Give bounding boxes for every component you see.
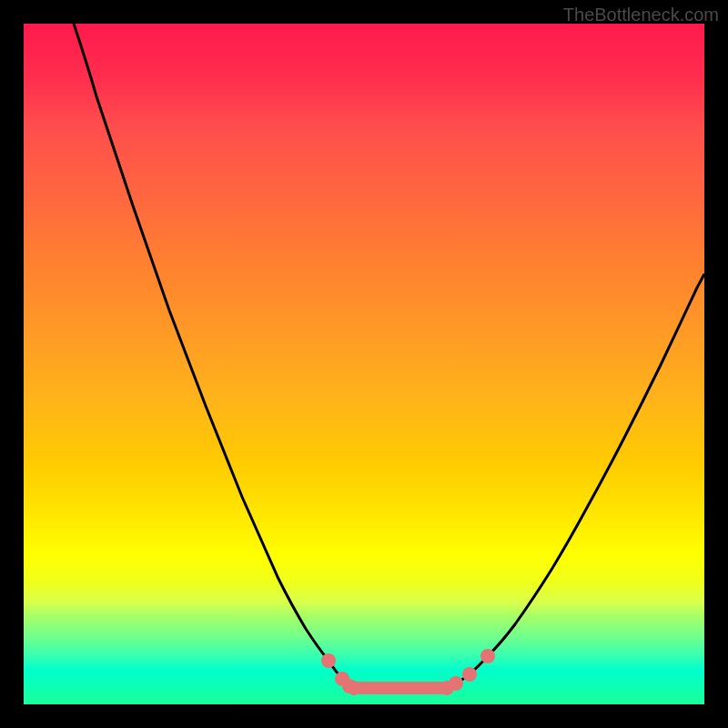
right-dot [480,649,495,663]
left-dot [321,653,336,668]
chart-curves [24,24,704,704]
chart-container: TheBottleneck.com [0,0,728,728]
left-curve [74,24,354,688]
watermark: TheBottleneck.com [563,5,719,25]
right-curve [447,274,704,688]
left-dot [347,681,361,695]
right-dot [462,667,477,682]
right-dot [449,676,463,691]
